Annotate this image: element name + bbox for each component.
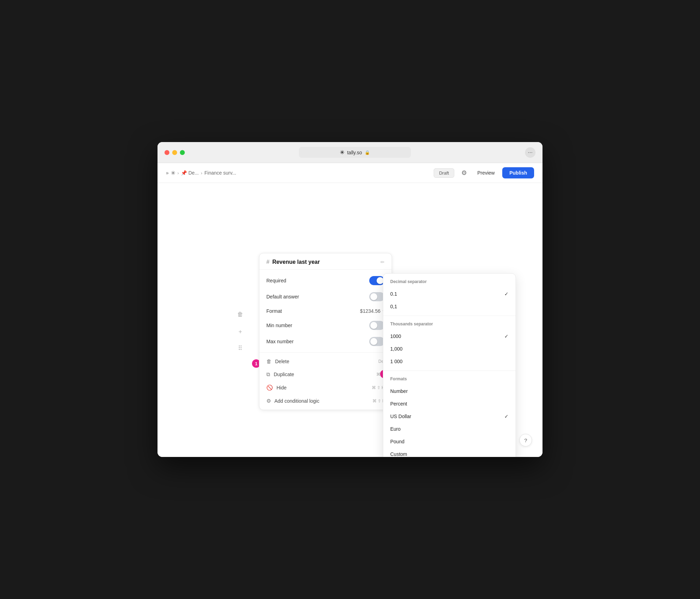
back-nav-button[interactable]: » bbox=[166, 170, 169, 176]
tally-star-icon: ✳ bbox=[340, 149, 344, 156]
help-button[interactable]: ? bbox=[519, 434, 532, 446]
required-setting-row: Required bbox=[259, 273, 392, 289]
decimal-item-1[interactable]: 0,1 bbox=[383, 300, 516, 313]
design-icon: 📌 bbox=[181, 170, 187, 176]
max-number-toggle[interactable] bbox=[369, 337, 385, 346]
decimal-item-0-label: 0.1 bbox=[390, 291, 397, 297]
default-answer-toggle[interactable] bbox=[369, 292, 385, 301]
format-item-usdollar-label: US Dollar bbox=[390, 414, 411, 419]
add-logic-action[interactable]: ⚙ Add conditional logic ⌘ ⇧ L bbox=[259, 394, 392, 408]
max-number-label: Max number bbox=[266, 339, 294, 344]
format-dropdown[interactable]: $1234.56 ▾ bbox=[360, 308, 385, 314]
publish-button[interactable]: Publish bbox=[502, 167, 534, 178]
chevron-double-icon: » bbox=[166, 170, 169, 176]
decimal-separator-title: Decimal separator bbox=[383, 278, 516, 288]
thousands-item-2-label: 1 000 bbox=[390, 359, 402, 364]
nav-item-design-label: De... bbox=[188, 170, 199, 176]
format-item-pound[interactable]: Pound bbox=[383, 435, 516, 448]
thousands-item-2[interactable]: 1 000 bbox=[383, 355, 516, 368]
format-setting-row: Format $1234.56 ▾ bbox=[259, 305, 392, 317]
hide-action[interactable]: 🚫 Hide ⌘ ⇧ H bbox=[259, 381, 392, 394]
formats-title: Formats bbox=[383, 375, 516, 385]
delete-label: Delete bbox=[275, 359, 289, 364]
draft-badge[interactable]: Draft bbox=[434, 168, 454, 178]
thousands-separator-title: Thousands separator bbox=[383, 320, 516, 330]
decimal-item-0-check: ✓ bbox=[504, 291, 509, 297]
drag-handle[interactable]: ⠿ bbox=[234, 343, 246, 354]
thousands-item-0[interactable]: 1000 ✓ bbox=[383, 330, 516, 343]
required-toggle[interactable] bbox=[369, 276, 385, 285]
toolbar-actions: Draft ⚙ Preview Publish bbox=[434, 167, 534, 178]
default-answer-label: Default answer bbox=[266, 294, 299, 300]
field-card: # Revenue last year ✏ Required Default a… bbox=[259, 253, 392, 410]
logic-icon: ⚙ bbox=[266, 398, 271, 404]
thousands-item-0-label: 1000 bbox=[390, 333, 401, 339]
field-actions: 🗑 Delete Del ⧉ Duplicate ⌘ D 🚫 bbox=[259, 352, 392, 410]
delete-action-left: 🗑 Delete bbox=[266, 358, 289, 364]
tally-logo-nav[interactable]: ✳ bbox=[171, 170, 175, 176]
format-label: Format bbox=[266, 308, 282, 314]
settings-button[interactable]: ⚙ bbox=[458, 167, 470, 178]
app-toolbar: » ✳ › 📌 De... › Finance surv... Draft ⚙ … bbox=[158, 163, 542, 183]
field-edit-icon[interactable]: ✏ bbox=[380, 259, 385, 265]
field-header: # Revenue last year ✏ bbox=[259, 253, 392, 270]
duplicate-icon: ⧉ bbox=[266, 371, 270, 378]
format-item-percent[interactable]: Percent bbox=[383, 397, 516, 410]
format-item-euro[interactable]: Euro bbox=[383, 423, 516, 435]
breadcrumb: » ✳ › 📌 De... › Finance surv... bbox=[166, 170, 431, 176]
format-item-percent-label: Percent bbox=[390, 401, 407, 407]
add-field-button[interactable]: ＋ bbox=[234, 326, 246, 337]
thousands-item-1-label: 1,000 bbox=[390, 346, 402, 352]
traffic-lights bbox=[164, 150, 185, 155]
address-bar: ✳ tally.so 🔒 bbox=[190, 147, 519, 158]
add-logic-action-left: ⚙ Add conditional logic bbox=[266, 398, 319, 404]
thousands-separator-section: Thousands separator 1000 ✓ 1,000 1 000 bbox=[383, 316, 516, 371]
min-number-toggle[interactable] bbox=[369, 321, 385, 330]
required-label: Required bbox=[266, 278, 286, 283]
sidebar-tools: 🗑 ＋ ⠿ bbox=[234, 309, 246, 354]
close-button[interactable] bbox=[164, 150, 169, 155]
add-logic-label: Add conditional logic bbox=[274, 398, 319, 404]
max-number-setting-row: Max number bbox=[259, 333, 392, 350]
breadcrumb-sep-2: › bbox=[201, 170, 202, 176]
format-value-text: $1234.56 bbox=[360, 308, 380, 314]
decimal-separator-section: Decimal separator 0.1 ✓ 0,1 bbox=[383, 274, 516, 316]
nav-item-survey-label: Finance surv... bbox=[204, 170, 236, 176]
lock-icon: 🔒 bbox=[365, 150, 370, 155]
format-item-euro-label: Euro bbox=[390, 426, 401, 432]
format-item-custom-label: Custom bbox=[390, 451, 407, 457]
title-bar: ✳ tally.so 🔒 ··· bbox=[158, 142, 542, 163]
formats-section: Formats Number Percent US Dollar ✓ Euro … bbox=[383, 371, 516, 457]
hide-icon: 🚫 bbox=[266, 385, 273, 391]
delete-field-button[interactable]: 🗑 bbox=[234, 309, 246, 320]
format-item-custom[interactable]: Custom bbox=[383, 448, 516, 457]
format-item-usdollar[interactable]: US Dollar ✓ bbox=[383, 410, 516, 423]
format-item-pound-label: Pound bbox=[390, 439, 404, 444]
default-answer-setting-row: Default answer bbox=[259, 289, 392, 305]
main-content: 🗑 ＋ ⠿ 1 # Revenue last year ✏ Required bbox=[158, 183, 542, 457]
format-item-number-label: Number bbox=[390, 388, 408, 394]
format-item-number[interactable]: Number bbox=[383, 385, 516, 397]
maximize-button[interactable] bbox=[180, 150, 185, 155]
min-number-label: Min number bbox=[266, 323, 292, 328]
trash-icon: 🗑 bbox=[266, 358, 272, 364]
duplicate-action[interactable]: ⧉ Duplicate ⌘ D bbox=[259, 368, 392, 381]
nav-item-design[interactable]: 📌 De... bbox=[181, 170, 199, 176]
preview-button[interactable]: Preview bbox=[474, 168, 498, 178]
decimal-item-0[interactable]: 0.1 ✓ bbox=[383, 288, 516, 300]
breadcrumb-sep-1: › bbox=[177, 170, 179, 176]
more-options-button[interactable]: ··· bbox=[525, 147, 536, 158]
minimize-button[interactable] bbox=[172, 150, 177, 155]
format-item-usdollar-check: ✓ bbox=[504, 414, 509, 419]
hide-action-left: 🚫 Hide bbox=[266, 385, 287, 391]
field-hash-icon: # bbox=[266, 259, 270, 265]
delete-action[interactable]: 🗑 Delete Del bbox=[259, 355, 392, 368]
tally-star-nav-icon: ✳ bbox=[171, 170, 175, 176]
nav-item-survey[interactable]: Finance surv... bbox=[204, 170, 236, 176]
duplicate-label: Duplicate bbox=[274, 372, 294, 377]
url-bar[interactable]: ✳ tally.so 🔒 bbox=[299, 147, 411, 158]
url-text: tally.so bbox=[347, 150, 362, 155]
thousands-item-1[interactable]: 1,000 bbox=[383, 343, 516, 355]
field-settings: Required Default answer Format $1234.56 … bbox=[259, 270, 392, 352]
min-number-setting-row: Min number bbox=[259, 317, 392, 333]
